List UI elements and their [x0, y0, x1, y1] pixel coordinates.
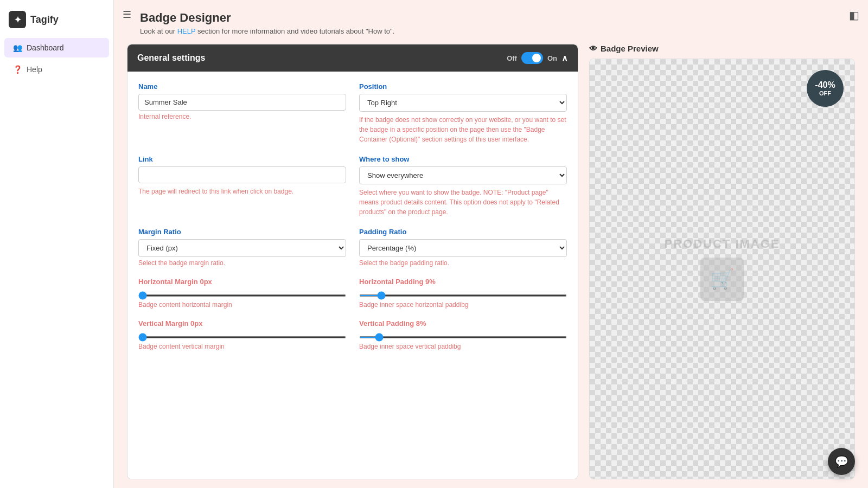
- eye-icon: 👁: [589, 44, 597, 53]
- topbar-settings-icon[interactable]: ◧: [849, 9, 859, 22]
- app-name: Tagify: [30, 14, 59, 25]
- sidebar: ✦ Tagify 👥 Dashboard ❓ Help: [0, 0, 114, 488]
- vertical-padding-label: Vertical Padding 8%: [359, 319, 567, 328]
- preview-card: PRODUCT IMAGE 🛒 -40% OFF: [589, 59, 855, 479]
- position-label: Position: [359, 82, 567, 91]
- link-col: Link The page will redirect to this link…: [138, 155, 346, 217]
- chat-bubble[interactable]: 💬: [828, 448, 855, 475]
- cart-icon-box: 🛒: [700, 258, 744, 301]
- vertical-margin-label: Vertical Margin 0px: [138, 319, 346, 328]
- name-col: Name Internal reference.: [138, 82, 346, 144]
- collapse-button[interactable]: ∧: [561, 53, 568, 63]
- preview-panel: 👁 Badge Preview PRODUCT IMAGE 🛒 -40% OFF: [589, 44, 855, 479]
- vertical-padding-slider[interactable]: [359, 336, 567, 338]
- badge-percent: -40%: [815, 81, 835, 89]
- settings-header-actions: Off On ∧: [507, 52, 568, 64]
- position-description: If the badge does not show correctly on …: [359, 115, 567, 144]
- padding-ratio-col: Padding Ratio Percentage (%) Fixed (px) …: [359, 228, 567, 267]
- badge-circle: -40% OFF: [807, 70, 844, 107]
- cart-icon: 🛒: [710, 268, 735, 291]
- settings-header-label: General settings: [137, 53, 205, 63]
- where-to-show-select[interactable]: Show everywhere Product page only Collec…: [359, 166, 567, 184]
- preview-image-area: PRODUCT IMAGE 🛒 -40% OFF: [590, 59, 854, 479]
- logo-icon: ✦: [9, 11, 26, 28]
- link-label: Link: [138, 155, 346, 163]
- settings-row-vertical-sliders: Vertical Margin 0px Badge content vertic…: [138, 319, 567, 350]
- help-link[interactable]: HELP: [177, 27, 196, 35]
- vertical-margin-slider[interactable]: [138, 336, 346, 338]
- where-to-show-description: Select where you want to show the badge.…: [359, 188, 567, 217]
- help-icon: ❓: [13, 65, 22, 74]
- product-image-placeholder: PRODUCT IMAGE 🛒: [665, 237, 780, 301]
- padding-ratio-select[interactable]: Percentage (%) Fixed (px): [359, 239, 567, 257]
- link-hint: The page will redirect to this link when…: [138, 187, 346, 196]
- toggle-switch[interactable]: [521, 52, 543, 64]
- where-to-show-label: Where to show: [359, 155, 567, 163]
- vertical-padding-hint: Badge inner space vertical paddibg: [359, 343, 567, 350]
- toggle-on-label: On: [547, 54, 557, 62]
- horizontal-padding-hint: Badge inner space horizontal paddibg: [359, 301, 567, 309]
- margin-ratio-col: Margin Ratio Fixed (px) Percentage (%) S…: [138, 228, 346, 267]
- chat-icon: 💬: [835, 455, 848, 468]
- sidebar-item-label-help: Help: [27, 65, 42, 74]
- margin-ratio-label: Margin Ratio: [138, 228, 346, 236]
- sidebar-item-label-dashboard: Dashboard: [27, 43, 64, 52]
- horizontal-margin-col: Horizontal Margin 0px Badge content hori…: [138, 278, 346, 309]
- sidebar-item-dashboard[interactable]: 👥 Dashboard: [4, 38, 109, 57]
- settings-row-horizontal-sliders: Horizontal Margin 0px Badge content hori…: [138, 278, 567, 309]
- settings-card: General settings Off On ∧ Name: [127, 44, 578, 479]
- sidebar-item-help[interactable]: ❓ Help: [4, 60, 109, 79]
- content-area: General settings Off On ∧ Name: [114, 40, 868, 488]
- horizontal-margin-slider[interactable]: [138, 294, 346, 297]
- horizontal-padding-slider[interactable]: [359, 294, 567, 297]
- name-label: Name: [138, 82, 346, 91]
- settings-row-margin-padding-ratio: Margin Ratio Fixed (px) Percentage (%) S…: [138, 228, 567, 267]
- settings-header: General settings Off On ∧: [127, 44, 578, 72]
- horizontal-padding-col: Horizontal Padding 9% Badge inner space …: [359, 278, 567, 309]
- padding-ratio-hint: Select the badge padding ratio.: [359, 259, 567, 267]
- dashboard-icon: 👥: [13, 43, 22, 52]
- horizontal-margin-hint: Badge content horizontal margin: [138, 301, 346, 309]
- where-to-show-col: Where to show Show everywhere Product pa…: [359, 155, 567, 217]
- main-content: ☰ ◧ Badge Designer Look at our HELP sect…: [114, 0, 868, 488]
- vertical-margin-hint: Badge content vertical margin: [138, 343, 346, 350]
- page-subtitle: Look at our HELP section for more inform…: [140, 27, 855, 35]
- name-hint: Internal reference.: [138, 113, 346, 120]
- product-image-text: PRODUCT IMAGE: [665, 237, 780, 251]
- link-input[interactable]: [138, 166, 346, 183]
- badge-off: OFF: [819, 91, 831, 97]
- horizontal-padding-label: Horizontal Padding 9%: [359, 278, 567, 286]
- page-header: Badge Designer Look at our HELP section …: [114, 0, 868, 40]
- margin-ratio-select[interactable]: Fixed (px) Percentage (%): [138, 239, 346, 257]
- settings-body: Name Internal reference. Position Top Ri…: [127, 72, 578, 372]
- padding-ratio-label: Padding Ratio: [359, 228, 567, 236]
- page-title: Badge Designer: [140, 11, 855, 25]
- position-col: Position Top Right Top Left Bottom Right…: [359, 82, 567, 144]
- preview-title: 👁 Badge Preview: [589, 44, 855, 53]
- vertical-margin-col: Vertical Margin 0px Badge content vertic…: [138, 319, 346, 350]
- app-logo: ✦ Tagify: [0, 7, 113, 37]
- horizontal-margin-label: Horizontal Margin 0px: [138, 278, 346, 286]
- name-input[interactable]: [138, 94, 346, 111]
- settings-row-name-position: Name Internal reference. Position Top Ri…: [138, 82, 567, 144]
- vertical-padding-col: Vertical Padding 8% Badge inner space ve…: [359, 319, 567, 350]
- settings-row-link-where: Link The page will redirect to this link…: [138, 155, 567, 217]
- hamburger-icon[interactable]: ☰: [123, 9, 131, 21]
- toggle-off-label: Off: [507, 54, 517, 62]
- position-select[interactable]: Top Right Top Left Bottom Right Bottom L…: [359, 94, 567, 112]
- margin-ratio-hint: Select the badge margin ratio.: [138, 259, 346, 267]
